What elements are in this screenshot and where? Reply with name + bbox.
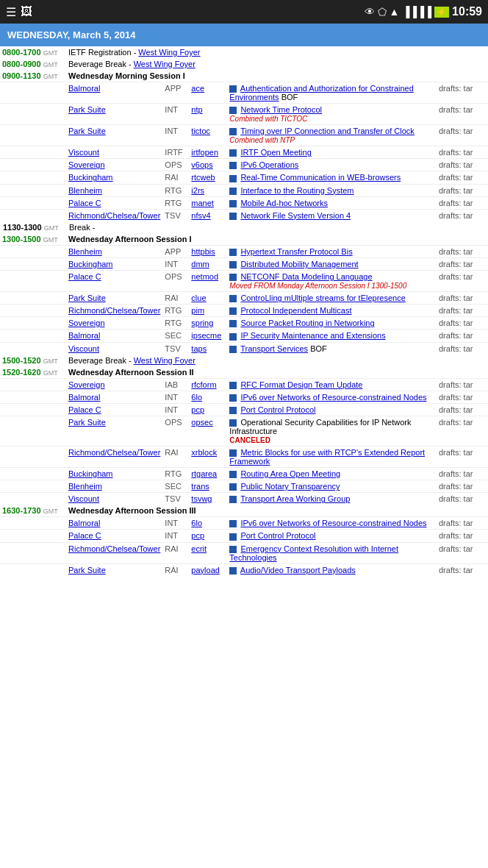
venue-park-suite-4[interactable]: Park Suite — [66, 416, 162, 446]
drafts-rtgarea[interactable]: drafts: tar — [437, 468, 488, 480]
drafts-clue[interactable]: drafts: tar — [437, 292, 488, 305]
link-pcp-2[interactable]: Port Control Protocol — [240, 531, 315, 540]
drafts-ntp[interactable]: drafts: tar — [437, 104, 488, 125]
code-netmod[interactable]: netmod — [189, 271, 227, 292]
link-rfcform[interactable]: RFC Format Design Team Update — [240, 380, 362, 389]
venue-buckingham-3[interactable]: Buckingham — [66, 468, 162, 480]
drafts-ipsecme[interactable]: drafts: tar — [437, 330, 488, 342]
code-tsvwg[interactable]: tsvwg — [189, 493, 227, 505]
link-taps[interactable]: Transport Services — [240, 344, 308, 353]
link-irtfopen[interactable]: IRTF Open Meeting — [240, 148, 311, 157]
drafts-irtfopen[interactable]: drafts: tar — [437, 146, 488, 159]
link-trans[interactable]: Public Notary Transparency — [240, 482, 340, 491]
venue-balmoral-3[interactable]: Balmoral — [66, 391, 162, 403]
link-ecrit[interactable]: Emergency Context Resolution with Intern… — [229, 544, 398, 562]
link-v6ops[interactable]: IPv6 Operations — [240, 160, 298, 169]
link-pim[interactable]: Protocol Independent Multicast — [240, 306, 351, 315]
link-ntp[interactable]: Network Time Protocol — [240, 105, 322, 114]
code-ntp[interactable]: ntp — [189, 104, 227, 125]
drafts-spring[interactable]: drafts: tar — [437, 317, 488, 330]
link-pcp-1[interactable]: Port Control Protocol — [240, 405, 315, 414]
venue-park-suite-2[interactable]: Park Suite — [66, 125, 162, 146]
venue-sovereign-2[interactable]: Sovereign — [66, 317, 162, 330]
venue-sovereign-3[interactable]: Sovereign — [66, 378, 162, 391]
venue-park-suite-1[interactable]: Park Suite — [66, 104, 162, 125]
code-ipsecme[interactable]: ipsecme — [189, 330, 227, 342]
code-rtcweb[interactable]: rtcweb — [189, 171, 227, 184]
drafts-pcp-2[interactable]: drafts: tar — [437, 530, 488, 542]
link-rtcweb[interactable]: Real-Time Communication in WEB-browsers — [240, 173, 401, 182]
venue-park-suite-3[interactable]: Park Suite — [66, 292, 162, 305]
code-dmm[interactable]: dmm — [189, 257, 227, 270]
drafts-pcp-1[interactable]: drafts: tar — [437, 403, 488, 416]
west-wing-foyer-link-2[interactable]: West Wing Foyer — [134, 60, 195, 68]
link-ace[interactable]: Authentication and Authorization for Con… — [229, 84, 414, 102]
code-opsec[interactable]: opsec — [189, 416, 227, 446]
code-v6ops[interactable]: v6ops — [189, 159, 227, 171]
venue-park-suite-5[interactable]: Park Suite — [66, 563, 162, 576]
link-rtgarea[interactable]: Routing Area Open Meeting — [240, 469, 340, 478]
link-spring[interactable]: Source Packet Routing in Networking — [240, 319, 374, 327]
link-tsvwg[interactable]: Transport Area Working Group — [240, 494, 350, 503]
drafts-tsvwg[interactable]: drafts: tar — [437, 493, 488, 505]
venue-viscount-2[interactable]: Viscount — [66, 342, 162, 355]
link-tictoc[interactable]: Timing over IP Connection and Transfer o… — [240, 127, 415, 135]
drafts-6lo-1[interactable]: drafts: tar — [437, 391, 488, 403]
west-wing-foyer-link-1[interactable]: West Wing Foyer — [138, 48, 200, 57]
drafts-manet[interactable]: drafts: tar — [437, 196, 488, 209]
drafts-nfsv4[interactable]: drafts: tar — [437, 209, 488, 221]
code-i2rs[interactable]: i2rs — [189, 184, 227, 196]
drafts-dmm[interactable]: drafts: tar — [437, 257, 488, 270]
code-pcp-2[interactable]: pcp — [189, 530, 227, 542]
link-dmm[interactable]: Distributed Mobility Management — [240, 260, 358, 268]
code-manet[interactable]: manet — [189, 196, 227, 209]
code-6lo-1[interactable]: 6lo — [189, 391, 227, 403]
west-wing-foyer-link-3[interactable]: West Wing Foyer — [134, 356, 195, 365]
venue-palace-c-3[interactable]: Palace C — [66, 403, 162, 416]
venue-richmond-3[interactable]: Richmond/Chelsea/Tower — [66, 446, 162, 467]
link-manet[interactable]: Mobile Ad-hoc Networks — [240, 199, 328, 207]
venue-buckingham-1[interactable]: Buckingham — [66, 171, 162, 184]
link-6lo-2[interactable]: IPv6 over Networks of Resource-constrain… — [240, 519, 426, 527]
link-xrblock[interactable]: Metric Blocks for use with RTCP's Extend… — [229, 448, 425, 466]
drafts-rtcweb[interactable]: drafts: tar — [437, 171, 488, 184]
link-i2rs[interactable]: Interface to the Routing System — [240, 186, 354, 195]
venue-viscount-1[interactable]: Viscount — [66, 146, 162, 159]
drafts-opsec[interactable]: drafts: tar — [437, 416, 488, 446]
venue-blenheim-2[interactable]: Blenheim — [66, 245, 162, 257]
venue-balmoral-2[interactable]: Balmoral — [66, 330, 162, 342]
code-rfcform[interactable]: rfcform — [189, 378, 227, 391]
link-ipsecme[interactable]: IP Security Maintenance and Extensions — [240, 331, 385, 340]
code-nfsv4[interactable]: nfsv4 — [189, 209, 227, 221]
drafts-v6ops[interactable]: drafts: tar — [437, 159, 488, 171]
drafts-i2rs[interactable]: drafts: tar — [437, 184, 488, 196]
link-6lo-1[interactable]: IPv6 over Networks of Resource-constrain… — [240, 393, 426, 402]
drafts-netmod[interactable]: drafts: tar — [437, 271, 488, 292]
venue-balmoral-4[interactable]: Balmoral — [66, 517, 162, 530]
venue-richmond-1[interactable]: Richmond/Chelsea/Tower — [66, 209, 162, 221]
drafts-trans[interactable]: drafts: tar — [437, 480, 488, 493]
venue-palace-c-1[interactable]: Palace C — [66, 196, 162, 209]
link-nfsv4[interactable]: Network File System Version 4 — [240, 211, 351, 220]
venue-blenheim-3[interactable]: Blenheim — [66, 480, 162, 493]
link-netmod[interactable]: NETCONF Data Modeling Language — [240, 272, 372, 281]
code-taps[interactable]: taps — [189, 342, 227, 355]
venue-buckingham-2[interactable]: Buckingham — [66, 257, 162, 270]
code-clue[interactable]: clue — [189, 292, 227, 305]
drafts-rfcform[interactable]: drafts: tar — [437, 378, 488, 391]
code-trans[interactable]: trans — [189, 480, 227, 493]
drafts-payload[interactable]: drafts: tar — [437, 563, 488, 576]
venue-viscount-3[interactable]: Viscount — [66, 493, 162, 505]
venue-richmond-2[interactable]: Richmond/Chelsea/Tower — [66, 305, 162, 317]
venue-blenheim-1[interactable]: Blenheim — [66, 184, 162, 196]
venue-richmond-4[interactable]: Richmond/Chelsea/Tower — [66, 542, 162, 563]
drafts-tictoc[interactable]: drafts: tar — [437, 125, 488, 146]
drafts-httpbis[interactable]: drafts: tar — [437, 245, 488, 257]
venue-sovereign-1[interactable]: Sovereign — [66, 159, 162, 171]
link-httpbis[interactable]: Hypertext Transfer Protocol Bis — [240, 247, 352, 256]
code-rtgarea[interactable]: rtgarea — [189, 468, 227, 480]
drafts-ace[interactable]: drafts: tar — [437, 82, 488, 104]
code-payload[interactable]: payload — [189, 563, 227, 576]
link-clue[interactable]: ControLling mUltiple streams for tElepre… — [240, 294, 405, 302]
venue-palace-c-4[interactable]: Palace C — [66, 530, 162, 542]
